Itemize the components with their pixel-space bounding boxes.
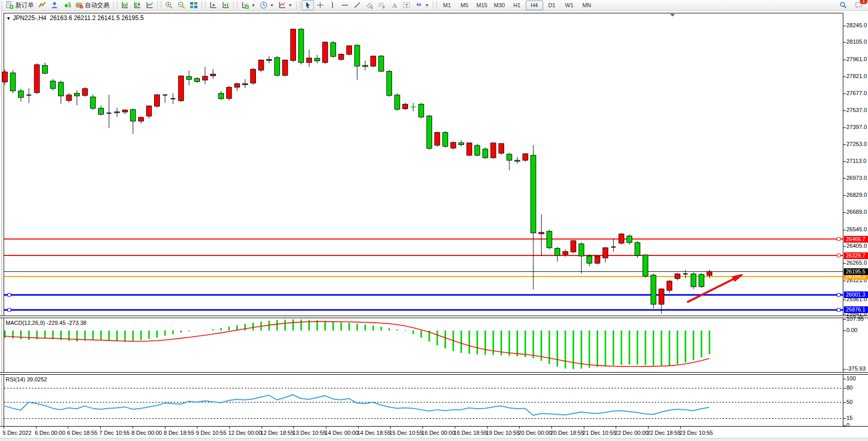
toolbar-grip[interactable] <box>205 2 206 9</box>
auto-scroll-button[interactable] <box>207 0 219 10</box>
time-label: 6 Dec 18:55 <box>67 430 97 436</box>
line-handle[interactable] <box>8 293 11 297</box>
axis-tick <box>843 319 846 320</box>
indicators-button[interactable]: ▼ <box>239 0 257 10</box>
candle-body-down <box>587 256 592 263</box>
candle-body-down <box>19 91 24 98</box>
fibonacci-icon: F <box>378 1 386 9</box>
axis-tick <box>843 330 846 331</box>
time-axis[interactable]: 5 Dec 20226 Dec 00:006 Dec 18:557 Dec 10… <box>0 426 868 438</box>
price-tick-label: 27537.0 <box>846 107 867 113</box>
time-label: 6 Dec 00:00 <box>35 430 65 436</box>
vertical-line-button[interactable] <box>326 0 339 10</box>
tile-windows-button[interactable] <box>188 0 200 10</box>
candle-body-down <box>355 45 360 66</box>
trendline-button[interactable] <box>351 0 363 10</box>
axis-tick <box>843 230 846 230</box>
axis-tick <box>843 111 846 111</box>
period-button-w1[interactable]: W1 <box>561 1 578 10</box>
period-button-d1[interactable]: D1 <box>543 1 561 10</box>
chevron-down-icon[interactable]: ▼ <box>6 16 11 21</box>
axis-tick <box>843 379 846 379</box>
toolbar-grip[interactable] <box>1 2 3 9</box>
price-pane[interactable] <box>0 13 844 316</box>
price-tick-label: 27113.0 <box>846 158 866 164</box>
templates-button[interactable]: ▼ <box>276 0 294 10</box>
signals-button[interactable] <box>61 0 73 10</box>
candlestick-chart-button[interactable] <box>131 0 143 10</box>
line-chart-button[interactable] <box>143 0 156 10</box>
chart-window[interactable]: ▼JPN225-,H4 26163.6 26211.2 26141.5 2619… <box>0 11 868 441</box>
cursor-icon <box>304 1 312 9</box>
horizontal-line-button[interactable] <box>339 0 351 10</box>
period-button-m15[interactable]: M15 <box>473 1 491 10</box>
period-button-m1[interactable]: M1 <box>438 1 456 10</box>
toolbar-grip[interactable] <box>160 2 162 9</box>
autotrading-button[interactable]: 自动交易 <box>73 0 112 10</box>
axis-tick <box>843 388 846 389</box>
period-button-h4[interactable]: H4 <box>526 1 543 10</box>
toolbar-grip[interactable] <box>299 2 301 9</box>
macd-label: MACD(12,26,9) -229.45 -273.38 <box>6 320 86 326</box>
line-handle[interactable] <box>8 308 11 311</box>
toolbar-separator <box>296 1 297 9</box>
cursor-button[interactable] <box>302 0 314 10</box>
zoom-out-button[interactable] <box>175 0 188 10</box>
line-handle[interactable] <box>837 308 840 311</box>
line-handle[interactable] <box>837 237 840 241</box>
chevron-down-icon: ▼ <box>425 3 429 8</box>
candle-body-up <box>539 232 544 234</box>
candle-body-down <box>547 231 552 248</box>
price-tick-label: 26405.0 <box>846 243 867 249</box>
notifications-button[interactable]: 1 <box>853 0 865 10</box>
axis-tick <box>843 195 846 196</box>
line-handle[interactable] <box>837 293 840 297</box>
period-button-h1[interactable]: H1 <box>508 1 526 10</box>
arrows-button[interactable]: ▼ <box>413 0 431 10</box>
period-button-mn[interactable]: MN <box>578 1 596 10</box>
rsi-pane[interactable] <box>0 374 844 426</box>
fibonacci-button[interactable]: F <box>376 0 388 10</box>
axis-tick <box>843 26 846 26</box>
candle-body-down <box>98 108 103 114</box>
candle-body-up <box>250 69 255 83</box>
periods-dropdown-button[interactable]: ▼ <box>257 0 276 10</box>
time-label: 15 Dec 10:55 <box>389 430 422 436</box>
bar-chart-button[interactable] <box>119 0 131 10</box>
ohlc-values: 26163.6 26211.2 26141.5 26195.5 <box>50 14 144 22</box>
macd-pane[interactable] <box>0 318 844 373</box>
candle-body-down <box>90 97 96 108</box>
period-button-m30[interactable]: M30 <box>491 1 508 10</box>
new-order-button[interactable]: 新订单 <box>4 0 36 10</box>
macd-tick-label: -375.93 <box>846 365 865 372</box>
period-button-m5[interactable]: M5 <box>456 1 473 10</box>
line-handle[interactable] <box>837 254 840 257</box>
text-label-button[interactable]: T <box>400 0 413 10</box>
crosshair-button[interactable] <box>314 0 326 10</box>
time-tick <box>326 427 326 429</box>
time-tick <box>165 427 165 429</box>
profiles-button[interactable] <box>48 0 61 10</box>
price-tick-label: 27253.0 <box>846 141 867 147</box>
label-icon: T <box>402 1 411 9</box>
toolbar-button-label: 自动交易 <box>85 1 109 10</box>
axis-tick <box>843 60 846 60</box>
candle-body-down <box>627 236 632 243</box>
toolbar-grip[interactable] <box>236 2 238 9</box>
toolbar-grip[interactable] <box>116 2 118 9</box>
time-label: 5 Dec 2022 <box>3 430 31 436</box>
candle-body-up <box>667 281 672 290</box>
toolbar-grip[interactable] <box>436 2 437 9</box>
zoom-in-button[interactable] <box>163 0 175 10</box>
equidistant-channel-button[interactable]: E <box>363 0 376 10</box>
candle-body-down <box>330 43 336 57</box>
notification-badge: 1 <box>860 0 867 4</box>
candle-body-down <box>42 65 47 73</box>
charts-button[interactable] <box>36 0 48 10</box>
candle-body-up <box>307 58 312 63</box>
candle-body-up <box>339 54 344 60</box>
svg-text:T: T <box>405 3 408 8</box>
text-button[interactable]: A <box>388 0 400 10</box>
chart-shift-button[interactable] <box>219 0 232 10</box>
search-button[interactable] <box>837 0 849 10</box>
